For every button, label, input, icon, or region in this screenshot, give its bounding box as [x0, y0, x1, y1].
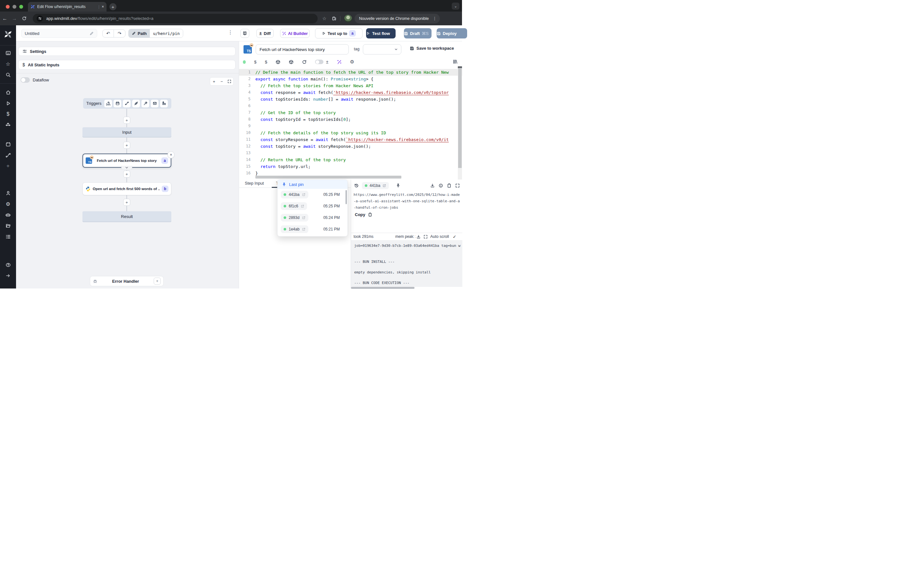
download-icon[interactable]	[430, 183, 435, 188]
trigger-schedule-icon[interactable]	[113, 100, 121, 107]
log-output[interactable]: job=019634e7-9d30-b7cb-1e89-03a64ed441ba…	[351, 240, 462, 287]
ai-builder-button[interactable]: AI Builder	[280, 29, 310, 38]
code-line[interactable]: 11 const storyResponse = await fetch(`ht…	[239, 136, 462, 143]
forward-icon[interactable]: →	[10, 16, 19, 21]
add-step-button[interactable]: +	[123, 171, 130, 177]
history-icon[interactable]	[354, 183, 359, 188]
tab-search-chevron-icon[interactable]: ⌄	[452, 3, 459, 10]
sidebar-collapse-icon[interactable]	[0, 270, 16, 281]
add-step-button[interactable]: +	[123, 142, 130, 149]
dropdown-scrollbar[interactable]	[346, 190, 347, 204]
tab-close-icon[interactable]: ×	[102, 5, 104, 9]
redo-button[interactable]: ↷	[114, 30, 125, 37]
ai-assistant-wand-icon[interactable]	[337, 60, 342, 64]
pin-icon[interactable]	[396, 183, 401, 188]
package-lock-icon[interactable]	[289, 60, 294, 64]
profile-avatar[interactable]	[344, 15, 352, 23]
browser-tab[interactable]: Edit Flow u/henri/pin_results | ×	[28, 2, 107, 11]
test-flow-button[interactable]: Test flow	[366, 28, 396, 39]
sidebar-item-user[interactable]	[0, 187, 16, 198]
trigger-poll-watch-icon[interactable]	[160, 100, 168, 107]
sidebar-item-favorites[interactable]: ☆	[0, 58, 16, 69]
sidebar-item-schedules[interactable]	[0, 139, 16, 150]
input-node[interactable]: Input	[82, 127, 171, 137]
site-settings-icon[interactable]	[37, 15, 43, 22]
library-panel-icon[interactable]	[453, 59, 457, 64]
zoom-in-button[interactable]: +	[210, 79, 218, 84]
code-line[interactable]: 9	[239, 123, 462, 129]
sidebar-item-folders[interactable]	[0, 220, 16, 231]
result-url-value[interactable]: https://www.geoffreylitt.com/2025/04/12/…	[354, 192, 460, 211]
save-to-workspace-button[interactable]: Save to workspace	[410, 46, 454, 51]
add-step-button[interactable]: +	[123, 117, 130, 124]
scrollbar-thumb[interactable]	[458, 68, 462, 168]
external-link-icon[interactable]	[302, 193, 305, 197]
info-icon[interactable]	[439, 183, 443, 188]
sidebar-item-variables[interactable]: $	[0, 109, 16, 119]
sidebar-item-routes[interactable]	[0, 150, 16, 161]
url-bar[interactable]: app.windmill.dev/flows/edit/u/henri/pin_…	[33, 14, 318, 23]
resources-dollar-icon[interactable]: $	[265, 60, 268, 64]
add-step-button[interactable]: +	[123, 199, 130, 206]
sidebar-item-resources[interactable]	[0, 119, 16, 131]
dataflow-toggle[interactable]	[21, 77, 30, 83]
external-link-icon[interactable]	[300, 205, 304, 208]
error-handler-node[interactable]: Error Handler +	[90, 276, 164, 286]
reset-refresh-icon[interactable]	[302, 60, 307, 64]
external-link-icon[interactable]	[383, 184, 386, 187]
sidebar-item-settings[interactable]: ⚙	[0, 198, 16, 210]
sidebar-item-workers[interactable]	[0, 210, 16, 220]
pin-history-item[interactable]: 441ba05:25 PM	[278, 189, 347, 200]
trigger-plug-zap-icon[interactable]	[142, 100, 149, 107]
trigger-email-icon[interactable]	[151, 100, 158, 107]
expand-log-icon[interactable]	[423, 235, 428, 239]
sidebar-item-add[interactable]: +	[0, 161, 16, 171]
pin-history-item[interactable]: 2893d05:24 PM	[278, 212, 347, 223]
pin-history-item[interactable]: 1e4ab05:21 PM	[278, 223, 347, 235]
run-id-pill[interactable]: 441ba	[362, 182, 389, 189]
tag-select[interactable]	[363, 44, 401, 55]
external-link-icon[interactable]	[302, 227, 305, 231]
test-up-to-button[interactable]: Test up to a	[315, 28, 363, 39]
code-line[interactable]: 8 const topStoryId = topStoriesIds[0];	[239, 116, 462, 123]
result-node[interactable]: Result	[82, 211, 171, 221]
auto-scroll-check-icon[interactable]: ✓	[453, 234, 456, 239]
sidebar-item-runs[interactable]	[0, 98, 16, 109]
new-tab-button[interactable]: +	[110, 3, 116, 10]
download-log-icon[interactable]	[417, 235, 421, 239]
code-line[interactable]: 5 const topStoriesIds: number[] = await …	[239, 96, 462, 103]
code-editor[interactable]: 1// Define the main function to fetch th…	[239, 66, 462, 179]
windmill-logo[interactable]	[0, 25, 16, 43]
chrome-update-button[interactable]: Nouvelle version de Chrome disponible ⋮	[355, 14, 440, 23]
draft-button[interactable]: Draft ⌘S	[404, 28, 431, 39]
docs-book-button[interactable]	[240, 29, 249, 38]
code-line[interactable]: 7 // Get the ID of the top story	[239, 109, 462, 116]
sidebar-item-apps[interactable]	[0, 47, 16, 58]
traffic-light-zoom[interactable]	[19, 5, 23, 9]
code-line[interactable]: 2export async function main(): Promise<s…	[239, 76, 462, 82]
triggers-node[interactable]: Triggers	[83, 98, 171, 109]
external-link-icon[interactable]	[302, 216, 305, 219]
diff-button[interactable]: ± Diff	[256, 29, 274, 38]
package-icon[interactable]	[276, 60, 280, 64]
more-options-kebab-icon[interactable]: ⋮	[227, 29, 234, 35]
traffic-light-minimize[interactable]	[13, 5, 16, 9]
deploy-button[interactable]: Deploy	[437, 28, 462, 39]
copy-result-button[interactable]: Copy	[355, 212, 372, 217]
tab-step-input[interactable]: Step Input	[245, 179, 264, 185]
code-line[interactable]: 13	[239, 150, 462, 156]
all-static-inputs-row[interactable]: $ All Static Inputs	[18, 60, 236, 69]
variables-dollar-icon[interactable]: $	[254, 60, 257, 64]
flow-name-input[interactable]: Untitled	[21, 29, 97, 38]
log-horizontal-scrollbar[interactable]	[351, 287, 415, 288]
expand-icon[interactable]	[455, 183, 460, 188]
extensions-icon[interactable]	[329, 16, 339, 21]
remove-step-button[interactable]: ×	[168, 151, 174, 158]
add-error-handler-button[interactable]: +	[153, 277, 161, 285]
code-line[interactable]: 1// Define the main function to fetch th…	[239, 69, 462, 76]
bookmark-star-icon[interactable]: ☆	[320, 16, 329, 21]
trigger-unplug-icon[interactable]	[132, 100, 140, 107]
sidebar-item-audit-logs[interactable]	[0, 231, 16, 242]
last-pin-option[interactable]: Last pin	[278, 180, 347, 189]
path-control[interactable]: Path u/henri/pin	[128, 29, 183, 38]
